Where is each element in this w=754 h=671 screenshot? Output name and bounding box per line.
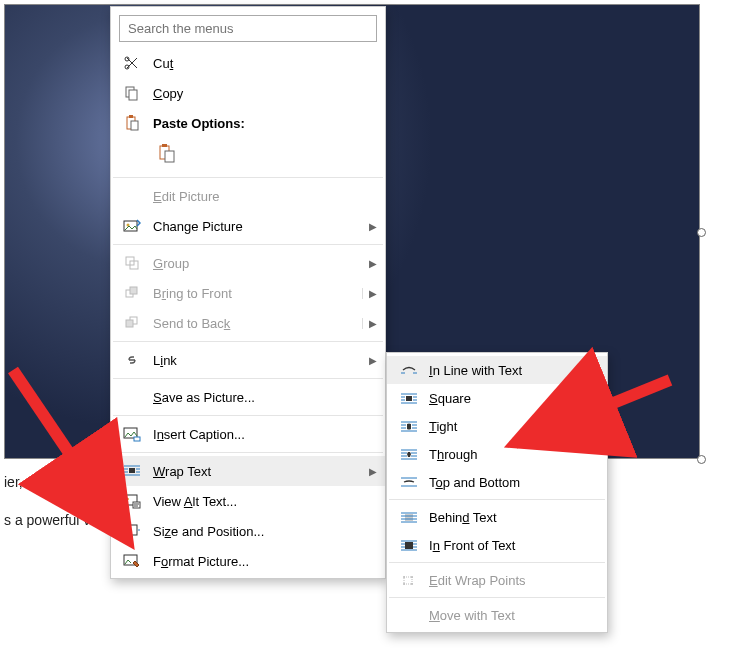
- svg-rect-69: [405, 542, 413, 549]
- separator: [113, 177, 383, 178]
- wrap-behind[interactable]: Behind Text: [387, 503, 607, 531]
- alt-text-icon: [121, 492, 143, 510]
- in-front-icon: [397, 536, 421, 554]
- menu-cut[interactable]: Cut: [111, 48, 385, 78]
- change-picture-label: Change Picture: [153, 219, 363, 234]
- svg-rect-8: [162, 144, 167, 147]
- search-input[interactable]: [119, 15, 377, 42]
- menu-send-to-back: Send to Back ▶: [111, 308, 385, 338]
- menu-save-as-picture[interactable]: Save as Picture...: [111, 382, 385, 412]
- submenu-arrow-icon: ▶: [369, 258, 377, 269]
- menu-view-alt-text[interactable]: View Alt Text...: [111, 486, 385, 516]
- inline-icon: [397, 361, 421, 379]
- behind-icon: [397, 508, 421, 526]
- wrap-text-icon: [121, 462, 143, 480]
- send-back-label: Send to Back: [153, 316, 356, 331]
- menu-wrap-text[interactable]: Wrap Text ▶: [111, 456, 385, 486]
- insert-caption-label: Insert Caption...: [153, 427, 377, 442]
- group-icon: [121, 254, 143, 272]
- wrap-edit-points: Edit Wrap Points: [387, 566, 607, 594]
- bring-front-icon: [121, 284, 143, 302]
- resize-handle-bottom-right[interactable]: [697, 455, 706, 464]
- separator: [113, 341, 383, 342]
- move-with-text-label: Move with Text: [429, 608, 597, 623]
- tight-icon: [397, 417, 421, 435]
- paste-option-row: [111, 138, 385, 174]
- menu-search[interactable]: [119, 15, 377, 42]
- svg-rect-17: [126, 320, 133, 327]
- edit-picture-label: Edit Picture: [153, 189, 377, 204]
- edit-points-label: Edit Wrap Points: [429, 573, 597, 588]
- separator: [389, 597, 605, 598]
- scissors-icon: [121, 54, 143, 72]
- svg-rect-60: [405, 514, 413, 521]
- separator: [113, 244, 383, 245]
- wrap-text-submenu: In Line with Text Square Tight Through T…: [386, 352, 608, 633]
- wrap-in-front[interactable]: In Front of Text: [387, 531, 607, 559]
- svg-rect-3: [129, 90, 137, 100]
- svg-point-74: [411, 583, 413, 585]
- group-label: Group: [153, 256, 363, 271]
- svg-point-28: [127, 498, 129, 500]
- format-picture-label: Format Picture...: [153, 554, 377, 569]
- context-menu: Cut Copy Paste Options: Edit Picture Cha…: [110, 6, 386, 579]
- size-position-icon: [121, 522, 143, 540]
- wrap-text-label: Wrap Text: [153, 464, 363, 479]
- save-picture-label: Save as Picture...: [153, 390, 377, 405]
- menu-link[interactable]: Link ▶: [111, 345, 385, 375]
- separator: [389, 562, 605, 563]
- svg-rect-19: [134, 437, 140, 441]
- submenu-arrow-icon: ▶: [369, 466, 377, 477]
- svg-rect-70: [404, 577, 412, 584]
- send-back-icon: [121, 314, 143, 332]
- menu-size-position[interactable]: Size and Position...: [111, 516, 385, 546]
- submenu-arrow-icon: ▶: [362, 318, 377, 329]
- blank-icon: [397, 606, 421, 624]
- separator: [113, 415, 383, 416]
- wrap-tight[interactable]: Tight: [387, 412, 607, 440]
- behind-label: Behind Text: [429, 510, 597, 525]
- menu-insert-caption[interactable]: Insert Caption...: [111, 419, 385, 449]
- menu-copy[interactable]: Copy: [111, 78, 385, 108]
- bring-front-label: Bring to Front: [153, 286, 356, 301]
- wrap-through[interactable]: Through: [387, 440, 607, 468]
- menu-group: Group ▶: [111, 248, 385, 278]
- menu-format-picture[interactable]: Format Picture...: [111, 546, 385, 576]
- wrap-move-with-text: Move with Text: [387, 601, 607, 629]
- menu-paste-options: Paste Options:: [111, 108, 385, 138]
- caption-icon: [121, 425, 143, 443]
- tight-label: Tight: [429, 419, 597, 434]
- blank-icon: [121, 388, 143, 406]
- blank-icon: [121, 187, 143, 205]
- wrap-in-line[interactable]: In Line with Text: [387, 356, 607, 384]
- svg-point-71: [403, 576, 405, 578]
- paste-keep-source-button[interactable]: [153, 140, 181, 168]
- change-picture-icon: [121, 217, 143, 235]
- svg-rect-45: [406, 396, 412, 401]
- submenu-arrow-icon: ▶: [369, 221, 377, 232]
- menu-bring-to-front: Bring to Front ▶: [111, 278, 385, 308]
- svg-rect-9: [165, 151, 174, 162]
- through-label: Through: [429, 447, 597, 462]
- resize-handle-right[interactable]: [697, 228, 706, 237]
- submenu-arrow-icon: ▶: [369, 355, 377, 366]
- copy-label: Copy: [153, 86, 377, 101]
- edit-points-icon: [397, 571, 421, 589]
- submenu-arrow-icon: ▶: [362, 288, 377, 299]
- alt-text-label: View Alt Text...: [153, 494, 377, 509]
- square-icon: [397, 389, 421, 407]
- copy-icon: [121, 84, 143, 102]
- through-icon: [397, 445, 421, 463]
- svg-rect-26: [129, 468, 135, 473]
- svg-rect-5: [129, 115, 133, 118]
- wrap-top-bottom[interactable]: Top and Bottom: [387, 468, 607, 496]
- svg-rect-29: [133, 502, 140, 508]
- svg-rect-15: [130, 287, 137, 294]
- wrap-square[interactable]: Square: [387, 384, 607, 412]
- menu-edit-picture: Edit Picture: [111, 181, 385, 211]
- cut-label: Cut: [153, 56, 377, 71]
- menu-change-picture[interactable]: Change Picture ▶: [111, 211, 385, 241]
- link-label: Link: [153, 353, 363, 368]
- top-bottom-label: Top and Bottom: [429, 475, 597, 490]
- paste-icon: [121, 114, 143, 132]
